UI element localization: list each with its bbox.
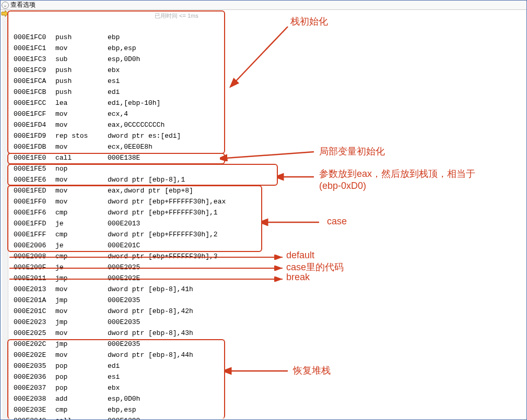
disasm-row[interactable]: 000E1FEDmoveax,dword ptr [ebp+8]: [8, 185, 526, 196]
mnemonic: jmp: [55, 317, 108, 328]
disasm-row[interactable]: 000E2025movdword ptr [ebp-8],43h: [8, 328, 526, 339]
disasm-row[interactable]: 000E2023jmp000E2035: [8, 317, 526, 328]
disasm-row[interactable]: 000E1FC1movebp,esp: [8, 43, 526, 54]
address: 000E2006: [14, 240, 55, 251]
address: 000E1FF6: [14, 207, 55, 218]
disasm-row[interactable]: 000E1FE5nop: [8, 163, 526, 174]
operands: 000E202E: [108, 273, 140, 284]
disasm-row[interactable]: 000E1FF0movdword ptr [ebp+FFFFFF30h],eax: [8, 196, 526, 207]
mnemonic: call: [55, 152, 108, 163]
disasm-row[interactable]: 000E2036popesi: [8, 371, 526, 382]
chevron-down-icon[interactable]: ⌄: [2, 2, 9, 9]
address: 000E2011: [14, 273, 55, 284]
timing-label: 已用时间 <= 1ms: [155, 10, 198, 21]
disasm-row[interactable]: 000E201Ajmp000E2035: [8, 295, 526, 306]
disasm-row[interactable]: 000E1FC0pushebp: [8, 32, 526, 43]
mnemonic: mov: [55, 196, 108, 207]
operands: eax,0CCCCCCCCh: [108, 119, 165, 130]
address: 000E1FE5: [14, 163, 55, 174]
operands: dword ptr es:[edi]: [108, 130, 181, 141]
address: 000E1FFD: [14, 218, 55, 229]
mnemonic: push: [55, 76, 108, 87]
operands: 000E2035: [108, 317, 140, 328]
disasm-row[interactable]: 000E1FE0call000E138E: [8, 152, 526, 163]
mnemonic: mov: [55, 174, 108, 185]
disasm-row[interactable]: 000E1FFFcmpdword ptr [ebp+FFFFFF30h],2: [8, 229, 526, 240]
disasm-row[interactable]: 000E2035popedi: [8, 361, 526, 371]
disasm-row[interactable]: 000E2008cmpdword ptr [ebp+FFFFFF30h],3: [8, 251, 526, 262]
disassembly-listing[interactable]: 已用时间 <= 1ms 000E1FC0pushebp000E1FC1moveb…: [8, 10, 526, 419]
mnemonic: je: [55, 240, 108, 251]
mnemonic: jmp: [55, 339, 108, 350]
operands: dword ptr [ebp+FFFFFF30h],3: [108, 251, 218, 262]
operands: dword ptr [ebp-8],1: [108, 174, 185, 185]
mnemonic: mov: [55, 109, 108, 119]
view-options-label: 查看选项: [10, 1, 36, 9]
address: 000E1FD9: [14, 130, 55, 141]
address: 000E1FDB: [14, 141, 55, 152]
operands: dword ptr [ebp-8],42h: [108, 306, 193, 317]
disasm-row[interactable]: 000E1FF6cmpdword ptr [ebp+FFFFFF30h],1: [8, 207, 526, 218]
disasm-row[interactable]: 000E1FDBmovecx,0EE0E8h: [8, 141, 526, 152]
disasm-row[interactable]: 000E1FCBpushedi: [8, 87, 526, 98]
disasm-row[interactable]: 000E1FC3subesp,0D0h: [8, 54, 526, 65]
operands: 000E2025: [108, 262, 140, 273]
operands: edi,[ebp-10h]: [108, 98, 160, 109]
disasm-row[interactable]: 000E1FCApushesi: [8, 76, 526, 87]
mnemonic: mov: [55, 119, 108, 130]
disasm-row[interactable]: 000E1FC9pushebx: [8, 65, 526, 76]
mnemonic: rep stos: [55, 130, 108, 141]
address: 000E2008: [14, 251, 55, 262]
mnemonic: add: [55, 393, 108, 404]
operands: ebp,esp: [108, 43, 136, 54]
disasm-row[interactable]: 000E202Cjmp000E2035: [8, 339, 526, 350]
operands: edi: [108, 361, 120, 371]
disasm-row[interactable]: 000E1FFDje000E2013: [8, 218, 526, 229]
mnemonic: sub: [55, 54, 108, 65]
view-options-bar[interactable]: ⌄ 查看选项: [1, 1, 526, 10]
mnemonic: push: [55, 32, 108, 43]
address: 000E1FED: [14, 185, 55, 196]
operands: esp,0D0h: [108, 54, 140, 65]
address: 000E201C: [14, 306, 55, 317]
operands: 000E2035: [108, 295, 140, 306]
address: 000E1FC0: [14, 32, 55, 43]
mnemonic: cmp: [55, 229, 108, 240]
instruction-pointer-icon: [1, 10, 8, 17]
address: 000E203E: [14, 404, 55, 415]
disasm-row[interactable]: 000E1FCFmovecx,4: [8, 109, 526, 119]
mnemonic: mov: [55, 328, 108, 339]
disasm-row[interactable]: 000E200Fje000E2025: [8, 262, 526, 273]
mnemonic: mov: [55, 43, 108, 54]
disasm-row[interactable]: 000E1FE6movdword ptr [ebp-8],1: [8, 174, 526, 185]
operands: 000E2035: [108, 339, 140, 350]
mnemonic: nop: [55, 163, 108, 174]
breakpoint-gutter[interactable]: [2, 10, 8, 419]
address: 000E2036: [14, 371, 55, 382]
mnemonic: push: [55, 65, 108, 76]
disasm-row[interactable]: 000E2040call000E1299: [8, 415, 526, 420]
disasm-row[interactable]: 000E202Emovdword ptr [ebp-8],44h: [8, 350, 526, 361]
disasm-row[interactable]: 000E2038addesp,0D0h: [8, 393, 526, 404]
disasm-row[interactable]: 000E201Cmovdword ptr [ebp-8],42h: [8, 306, 526, 317]
mnemonic: jmp: [55, 273, 108, 284]
operands: dword ptr [ebp+FFFFFF30h],2: [108, 229, 218, 240]
disasm-row[interactable]: 000E1FD9rep stosdword ptr es:[edi]: [8, 130, 526, 141]
operands: dword ptr [ebp-8],44h: [108, 350, 193, 361]
mnemonic: mov: [55, 306, 108, 317]
disasm-row[interactable]: 000E2037popebx: [8, 382, 526, 393]
disasm-row[interactable]: 000E1FD4moveax,0CCCCCCCCh: [8, 119, 526, 130]
operands: dword ptr [ebp-8],41h: [108, 284, 193, 295]
operands: eax,dword ptr [ebp+8]: [108, 185, 193, 196]
disasm-row[interactable]: 000E2006je000E201C: [8, 240, 526, 251]
disasm-row[interactable]: 000E2011jmp000E202E: [8, 273, 526, 284]
disasm-row[interactable]: 000E203Ecmpebp,esp: [8, 404, 526, 415]
mnemonic: je: [55, 262, 108, 273]
operands: dword ptr [ebp+FFFFFF30h],1: [108, 207, 218, 218]
disasm-row[interactable]: 000E1FCCleaedi,[ebp-10h]: [8, 98, 526, 109]
address: 000E1FFF: [14, 229, 55, 240]
address: 000E1FCF: [14, 109, 55, 119]
disasm-row[interactable]: 000E2013movdword ptr [ebp-8],41h: [8, 284, 526, 295]
mnemonic: je: [55, 218, 108, 229]
address: 000E1FF0: [14, 196, 55, 207]
